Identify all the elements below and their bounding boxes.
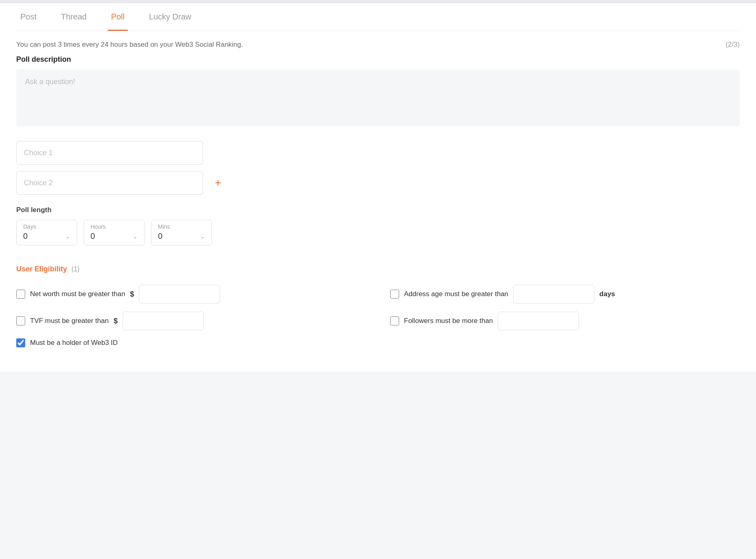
hours-row: 0 ⌄ (91, 232, 138, 241)
tab-navigation: Post Thread Poll Lucky Draw (16, 3, 740, 31)
days-label: Days (23, 223, 70, 230)
choice1-row (16, 141, 740, 165)
poll-length-dropdowns: Days 0 ⌄ Hours 0 ⌄ Mins 0 ⌄ (16, 220, 740, 245)
user-eligibility-section: User Eligibility (1) Net worth must be g… (16, 265, 740, 347)
eligibility-title: User Eligibility (1) (16, 265, 740, 273)
days-value: 0 (23, 232, 28, 241)
poll-description-label: Poll description (16, 55, 740, 64)
post-count: (2/3) (726, 41, 740, 49)
followers-input[interactable] (498, 312, 579, 330)
tvf-dollar: $ (114, 317, 118, 325)
net-worth-label: Net worth must be greater than (30, 290, 125, 298)
tvf-row: TVF must be greater than $ (16, 312, 366, 330)
choice2-row: + (16, 171, 740, 195)
poll-length-section: Poll length Days 0 ⌄ Hours 0 ⌄ Mins 0 (16, 206, 740, 245)
address-age-row: Address age must be greater than days (390, 285, 740, 303)
choice1-input[interactable] (16, 141, 203, 165)
hours-value: 0 (91, 232, 95, 241)
tvf-input[interactable] (123, 312, 204, 330)
tvf-label: TVF must be greater than (30, 317, 109, 325)
choice2-input[interactable] (16, 171, 203, 195)
poll-length-label: Poll length (16, 206, 740, 214)
web3id-label: Must be a holder of Web3 ID (30, 339, 118, 347)
net-worth-row: Net worth must be greater than $ (16, 285, 366, 303)
net-worth-dollar: $ (130, 290, 134, 299)
mins-value: 0 (158, 232, 162, 241)
mins-chevron-icon: ⌄ (200, 233, 205, 240)
days-suffix: days (599, 290, 615, 298)
address-age-input[interactable] (513, 285, 594, 303)
days-chevron-icon: ⌄ (65, 233, 70, 240)
tvf-checkbox[interactable] (16, 316, 25, 325)
mins-label: Mins (158, 223, 205, 230)
net-worth-input[interactable] (139, 285, 220, 303)
followers-checkbox[interactable] (390, 316, 399, 325)
tab-thread[interactable]: Thread (49, 3, 99, 30)
page-container: Post Thread Poll Lucky Draw You can post… (0, 3, 756, 372)
mins-row: 0 ⌄ (158, 232, 205, 241)
web3id-checkbox[interactable] (16, 338, 25, 347)
info-bar: You can post 3 times every 24 hours base… (16, 31, 740, 55)
tab-lucky-draw[interactable]: Lucky Draw (137, 3, 203, 30)
followers-label: Followers must be more than (404, 317, 493, 325)
days-dropdown[interactable]: Days 0 ⌄ (16, 220, 77, 245)
top-bar (0, 0, 756, 3)
web3id-row: Must be a holder of Web3 ID (16, 338, 740, 347)
days-row: 0 ⌄ (23, 232, 70, 241)
mins-dropdown[interactable]: Mins 0 ⌄ (151, 220, 212, 245)
followers-row: Followers must be more than (390, 312, 740, 330)
net-worth-checkbox[interactable] (16, 290, 25, 299)
hours-chevron-icon: ⌄ (133, 233, 138, 240)
eligibility-count: (1) (71, 266, 80, 273)
eligibility-grid: Net worth must be greater than $ Address… (16, 285, 740, 330)
info-message: You can post 3 times every 24 hours base… (16, 41, 243, 49)
poll-description-input[interactable] (16, 69, 740, 126)
tab-post[interactable]: Post (16, 3, 49, 30)
hours-label: Hours (91, 223, 138, 230)
address-age-checkbox[interactable] (390, 290, 399, 299)
address-age-label: Address age must be greater than (404, 290, 508, 298)
tab-poll[interactable]: Poll (99, 3, 136, 30)
add-choice-button[interactable]: + (210, 174, 227, 191)
hours-dropdown[interactable]: Hours 0 ⌄ (84, 220, 145, 245)
